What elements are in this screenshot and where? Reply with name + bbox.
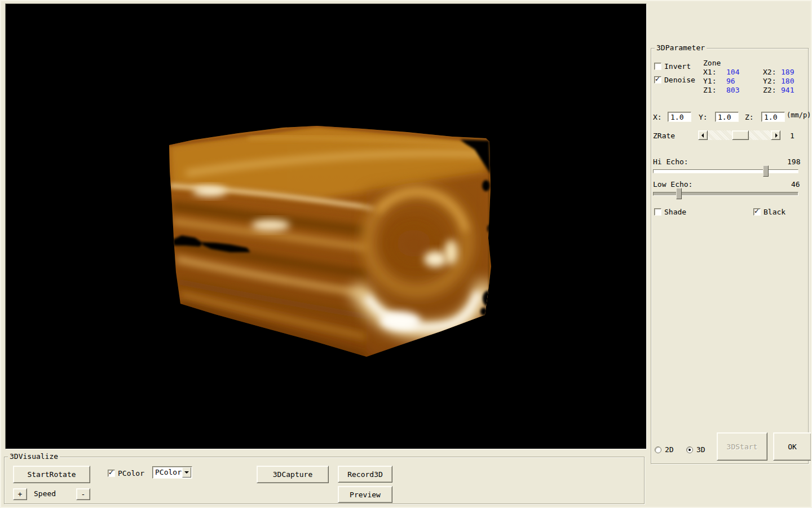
low-echo-label: Low Echo: [653, 180, 692, 189]
parameter-panel: 3DParameter Invert Denoise Zone X1: 104 … [651, 48, 809, 464]
pcolor-dropdown[interactable]: PColor [152, 466, 192, 479]
z-scale-input[interactable] [761, 112, 785, 122]
shade-checkbox[interactable] [654, 208, 661, 216]
zrate-value: 1 [790, 132, 795, 140]
zone-x2-label: X2: [763, 68, 776, 76]
shade-label: Shade [664, 208, 686, 216]
record-3d-button[interactable]: Record3D [338, 466, 392, 483]
zrate-scrollbar[interactable] [698, 130, 780, 140]
zrate-scroll-left-button[interactable] [698, 130, 708, 140]
x-scale-label: X: [653, 113, 662, 121]
zone-y1-label: Y1: [703, 77, 716, 85]
black-checkbox[interactable] [753, 208, 761, 216]
preview-button[interactable]: Preview [338, 486, 392, 503]
mode-3d-radio[interactable] [686, 446, 693, 453]
zrate-scroll-thumb[interactable] [732, 130, 749, 140]
denoise-checkbox[interactable] [654, 76, 661, 84]
low-echo-thumb[interactable] [676, 188, 682, 199]
speed-plus-button[interactable]: + [13, 488, 27, 500]
capture-3d-button[interactable]: 3DCapture [257, 466, 329, 483]
zone-x1-label: X1: [703, 68, 716, 76]
pcolor-dropdown-button[interactable] [182, 467, 191, 478]
low-echo-slider[interactable] [653, 188, 798, 199]
start-rotate-button[interactable]: StartRotate [13, 466, 90, 483]
mode-3d-label: 3D [696, 445, 705, 454]
zrate-label: ZRate [653, 132, 675, 140]
zone-x1-value: 104 [726, 68, 739, 76]
ok-button[interactable]: OK [773, 432, 811, 461]
hi-echo-label: Hi Echo: [653, 157, 689, 166]
denoise-label: Denoise [664, 76, 695, 84]
zone-z1-label: Z1: [703, 86, 716, 94]
zone-y1-value: 96 [726, 77, 735, 85]
zone-y2-label: Y2: [763, 77, 776, 85]
pcolor-checkbox[interactable] [108, 470, 115, 477]
zone-z2-value: 941 [781, 86, 794, 94]
speed-minus-button[interactable]: - [76, 488, 90, 500]
low-echo-slider-channel[interactable] [653, 192, 798, 196]
speed-label: Speed [34, 489, 56, 498]
y-scale-label: Y: [699, 113, 708, 121]
y-scale-input[interactable] [715, 112, 739, 122]
visualize-panel-title: 3DVisualize [8, 452, 60, 461]
black-label: Black [764, 208, 785, 216]
scroll-left-icon [701, 133, 704, 138]
zone-z2-label: Z2: [763, 86, 776, 94]
invert-checkbox[interactable] [654, 63, 661, 70]
start-3d-button[interactable]: 3DStart [717, 432, 767, 461]
volume-render-3d [6, 4, 646, 449]
mode-2d-label: 2D [665, 445, 674, 454]
x-scale-input[interactable] [668, 112, 691, 122]
pcolor-dropdown-value: PColor [155, 468, 182, 476]
low-echo-value: 46 [791, 180, 800, 189]
visualize-panel: 3DVisualize StartRotate + Speed - PColor… [4, 457, 645, 504]
z-scale-label: Z: [745, 113, 754, 121]
hi-echo-slider[interactable] [653, 165, 798, 177]
hi-echo-slider-channel[interactable] [653, 169, 798, 173]
parameter-panel-title: 3DParameter [655, 43, 707, 52]
zone-title: Zone [703, 59, 721, 67]
hi-echo-thumb[interactable] [763, 165, 769, 177]
chevron-down-icon [184, 471, 189, 474]
viewport-3d[interactable] [5, 3, 647, 449]
scroll-right-icon [775, 133, 778, 138]
scale-unit-label: (mm/p) [787, 111, 811, 119]
invert-label: Invert [664, 62, 691, 71]
zone-z1-value: 803 [726, 86, 739, 94]
pcolor-label: PColor [118, 469, 144, 478]
zone-x2-value: 189 [781, 68, 794, 76]
app-window: { "viewport": { "background": "#000000",… [0, 0, 812, 508]
zone-y2-value: 180 [781, 77, 794, 85]
mode-2d-radio[interactable] [655, 446, 661, 453]
zrate-scroll-right-button[interactable] [771, 130, 780, 140]
hi-echo-value: 198 [787, 157, 800, 166]
